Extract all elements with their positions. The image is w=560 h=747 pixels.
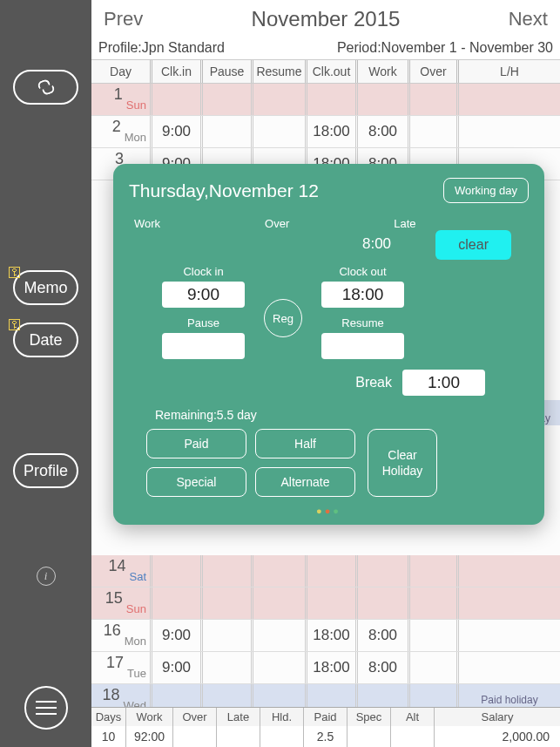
page-title: November 2015 bbox=[252, 7, 401, 31]
table-row[interactable]: 18WedPaid holiday bbox=[91, 684, 560, 707]
clockin-label: Clock in bbox=[162, 265, 245, 278]
clear-holiday-button[interactable]: Clear Holiday bbox=[368, 429, 437, 497]
late-label: Late bbox=[394, 217, 415, 230]
table-row[interactable]: 15Sun bbox=[91, 587, 560, 620]
clockout-input[interactable]: 18:00 bbox=[321, 282, 404, 308]
table-row[interactable]: 16Mon9:0018:008:00 bbox=[91, 620, 560, 652]
next-button[interactable]: Next bbox=[509, 8, 548, 31]
key-icon: ⚿ bbox=[8, 265, 22, 281]
footer-values: 10 92:00 2.5 2,000.00 bbox=[91, 726, 560, 747]
info-icon[interactable]: i bbox=[37, 567, 56, 586]
table-row[interactable]: 14Sat bbox=[91, 555, 560, 587]
popup-title: Thursday,November 12 bbox=[129, 180, 319, 201]
col-clkin: Clk.in bbox=[152, 60, 203, 83]
break-input[interactable]: 1:00 bbox=[402, 370, 485, 396]
alternate-button[interactable]: Alternate bbox=[255, 467, 355, 497]
working-day-button[interactable]: Working day bbox=[443, 178, 529, 203]
col-clkout: Clk.out bbox=[307, 60, 358, 83]
header-nav: Prev November 2015 Next bbox=[91, 0, 560, 37]
subheader: Profile:Jpn Standard Period:November 1 -… bbox=[91, 37, 560, 60]
menu-button[interactable] bbox=[24, 686, 68, 730]
date-button[interactable]: ⚿Date bbox=[13, 323, 78, 357]
pause-label: Pause bbox=[162, 316, 245, 329]
special-button[interactable]: Special bbox=[146, 467, 246, 497]
clockin-input[interactable]: 9:00 bbox=[162, 282, 245, 308]
resume-label: Resume bbox=[321, 316, 404, 329]
col-over: Over bbox=[410, 60, 459, 83]
refresh-icon bbox=[37, 80, 55, 94]
profile-label: Profile:Jpn Standard bbox=[98, 40, 225, 56]
table-row[interactable]: 17Tue9:0018:008:00 bbox=[91, 652, 560, 684]
table-row[interactable]: 1Sun bbox=[91, 84, 560, 116]
over-label: Over bbox=[265, 217, 289, 230]
col-lh: L/H bbox=[459, 60, 560, 83]
col-work: Work bbox=[358, 60, 410, 83]
period-label: Period:November 1 - November 30 bbox=[337, 40, 553, 56]
table-row[interactable]: 2Mon9:0018:008:00 bbox=[91, 116, 560, 148]
pause-input[interactable] bbox=[162, 333, 245, 359]
main-content: Prev November 2015 Next Profile:Jpn Stan… bbox=[91, 0, 560, 747]
profile-button[interactable]: Profile bbox=[13, 453, 78, 488]
work-label: Work bbox=[134, 217, 160, 230]
clockout-label: Clock out bbox=[321, 265, 404, 278]
day-edit-popup: Thursday,November 12 Working day Work Ov… bbox=[113, 164, 544, 525]
remaining-label: Remaining:5.5 day bbox=[129, 408, 529, 422]
hamburger-icon bbox=[36, 701, 57, 715]
table-header: Day Clk.in Pause Resume Clk.out Work Ove… bbox=[91, 60, 560, 84]
resume-input[interactable] bbox=[321, 333, 404, 359]
paid-button[interactable]: Paid bbox=[146, 429, 246, 458]
refresh-button[interactable] bbox=[13, 70, 78, 105]
col-day: Day bbox=[91, 60, 152, 83]
col-resume: Resume bbox=[253, 60, 307, 83]
prev-button[interactable]: Prev bbox=[104, 8, 143, 31]
page-dots: ●●● bbox=[129, 506, 529, 516]
break-label: Break bbox=[355, 375, 392, 390]
half-button[interactable]: Half bbox=[255, 429, 355, 458]
memo-button[interactable]: ⚿Memo bbox=[13, 270, 78, 305]
clear-button[interactable]: clear bbox=[435, 230, 511, 260]
col-pause: Pause bbox=[203, 60, 253, 83]
sidebar: ⚿Memo ⚿Date Profile i bbox=[0, 0, 91, 747]
reg-button[interactable]: Reg bbox=[264, 299, 302, 337]
footer-labels: Days Work Over Late Hld. Paid Spec Alt S… bbox=[91, 707, 560, 726]
key-icon: ⚿ bbox=[8, 317, 22, 333]
